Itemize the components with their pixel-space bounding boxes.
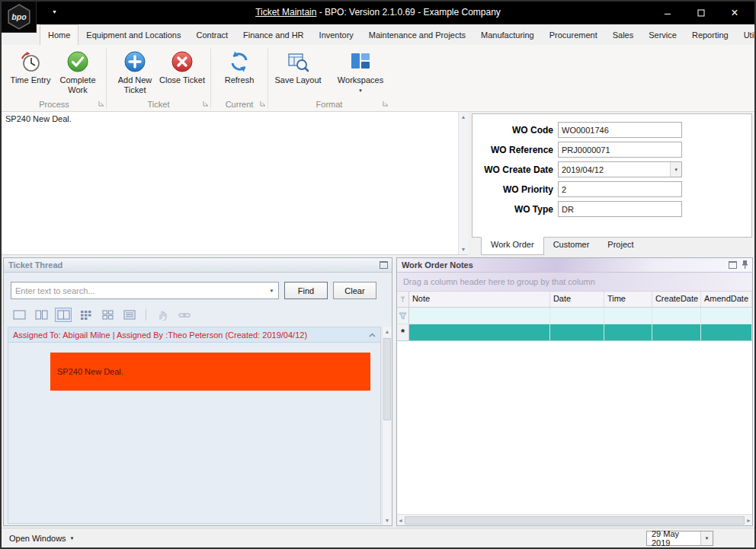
view-split-icon[interactable] — [56, 308, 71, 321]
maximize-button[interactable] — [684, 2, 718, 24]
row-indicator-header — [397, 292, 409, 307]
filter-cell-note[interactable] — [409, 308, 550, 324]
filter-cell-createdate[interactable] — [652, 308, 701, 324]
wo-priority-input[interactable] — [559, 182, 681, 196]
cell-date[interactable] — [550, 324, 604, 340]
time-entry-button[interactable]: Time Entry — [8, 49, 53, 87]
wo-reference-input[interactable] — [559, 142, 681, 157]
column-header-note[interactable]: Note — [409, 292, 550, 307]
dialog-launcher-icon[interactable] — [203, 99, 209, 108]
pin-icon[interactable] — [742, 260, 748, 271]
status-date-value[interactable]: 29 May 2019 — [647, 529, 700, 547]
ribbon-tab-equipment-and-locations[interactable]: Equipment and Locations — [78, 24, 188, 45]
open-windows-button[interactable]: Open Windows ▼ — [9, 534, 75, 543]
open-windows-label: Open Windows — [9, 534, 66, 543]
filter-cell-time[interactable] — [604, 308, 652, 324]
search-dropdown-icon[interactable]: ▼ — [265, 282, 278, 298]
add-new-ticket-button[interactable]: Add New Ticket — [112, 49, 158, 96]
date-dropdown-icon[interactable]: ▼ — [670, 162, 681, 177]
find-button[interactable]: Find — [284, 282, 328, 299]
ribbon-tab-sales[interactable]: Sales — [605, 24, 642, 45]
window-title-document: Ticket Maintain — [255, 7, 316, 18]
field-row: WO Code — [472, 122, 751, 138]
dialog-launcher-icon[interactable] — [98, 99, 104, 108]
scrollbar-track[interactable] — [459, 122, 468, 244]
scroll-up-icon[interactable]: ▲ — [383, 327, 392, 337]
scroll-down-icon[interactable]: ▼ — [459, 244, 468, 254]
filter-row-indicator — [397, 308, 409, 324]
wo-create-date-input[interactable] — [559, 162, 670, 177]
view-thumbnails-icon[interactable] — [78, 308, 93, 321]
tab-customer[interactable]: Customer — [544, 238, 599, 255]
pan-icon[interactable] — [155, 308, 170, 321]
scrollbar-thumb[interactable] — [405, 516, 745, 525]
ribbon-tab-finance-and-hr[interactable]: Finance and HR — [235, 24, 312, 45]
scroll-right-icon[interactable]: ► — [746, 518, 751, 523]
ribbon-tab-maintenance-and-projects[interactable]: Maintenance and Projects — [361, 24, 473, 45]
complete-work-button[interactable]: Complete Work — [55, 49, 101, 96]
column-header-createdate[interactable]: CreateDate — [652, 292, 701, 307]
maximize-panel-icon[interactable] — [729, 261, 737, 269]
close-ticket-button[interactable]: Close Ticket — [159, 49, 205, 87]
ticket-description-editor[interactable]: SP240 New Deal. ▲ ▼ — [2, 112, 468, 255]
close-button[interactable]: × — [718, 2, 751, 24]
workspaces-icon — [349, 50, 372, 73]
notes-horizontal-scrollbar[interactable]: ◄ ► — [397, 514, 752, 525]
filter-cell-amenddate[interactable] — [701, 308, 752, 324]
maximize-panel-icon[interactable] — [380, 261, 388, 269]
column-header-time[interactable]: Time — [604, 292, 652, 307]
ribbon-group-current: Refresh Current — [212, 46, 267, 111]
ribbon-tab-utilities[interactable]: Utilities — [736, 24, 756, 45]
cell-amenddate[interactable] — [701, 324, 752, 340]
cell-createdate[interactable] — [652, 324, 701, 340]
view-list-icon[interactable] — [122, 308, 137, 321]
ribbon-tab-procurement[interactable]: Procurement — [542, 24, 605, 45]
filter-cell-date[interactable] — [550, 308, 604, 324]
complete-work-icon — [66, 50, 89, 73]
dialog-launcher-icon[interactable] — [260, 99, 266, 108]
editor-scrollbar[interactable]: ▲ ▼ — [458, 112, 468, 254]
collapse-group-icon[interactable] — [369, 333, 376, 337]
ribbon-tab-contract[interactable]: Contract — [189, 24, 236, 45]
scroll-up-icon[interactable]: ▲ — [459, 112, 468, 122]
wo-code-input[interactable] — [559, 123, 681, 137]
app-menu-button[interactable]: bpo — [2, 2, 37, 33]
dialog-launcher-icon[interactable] — [383, 99, 389, 108]
scroll-down-icon[interactable]: ▼ — [383, 515, 392, 525]
clear-button[interactable]: Clear — [333, 282, 376, 299]
tab-project[interactable]: Project — [598, 238, 642, 255]
view-tiles-icon[interactable] — [100, 308, 115, 321]
column-header-amenddate[interactable]: AmendDate — [701, 292, 752, 307]
cell-time[interactable] — [604, 324, 652, 340]
minimize-button[interactable]: – — [651, 2, 684, 24]
scrollbar-track[interactable] — [383, 337, 392, 515]
thread-scrollbar[interactable]: ▲ ▼ — [382, 327, 392, 525]
ribbon-tab-manufacturing[interactable]: Manufacturing — [473, 24, 542, 45]
ticket-thread-title: Ticket Thread — [8, 260, 62, 270]
column-header-date[interactable]: Date — [550, 292, 604, 307]
thread-search-row: ▼ Find Clear — [4, 273, 392, 304]
view-double-icon[interactable] — [34, 308, 49, 321]
wo-type-input[interactable] — [559, 202, 681, 216]
thread-message-group-header[interactable]: Assigned To: Abigail Milne | Assigned By… — [8, 327, 380, 343]
logo-text: bpo — [11, 12, 27, 21]
ribbon-tab-reporting[interactable]: Reporting — [684, 24, 736, 45]
cell-note[interactable] — [409, 324, 550, 340]
status-date-dropdown-icon[interactable]: ▼ — [700, 531, 713, 545]
save-layout-button[interactable]: Save Layout — [274, 49, 322, 87]
thread-message-card[interactable]: SP240 New Deal. — [50, 353, 370, 391]
link-icon[interactable] — [177, 308, 192, 321]
scroll-left-icon[interactable]: ◄ — [398, 518, 403, 523]
scrollbar-thumb[interactable] — [383, 338, 391, 420]
ribbon-tab-home[interactable]: Home — [40, 24, 78, 45]
thread-search-input[interactable] — [11, 286, 265, 295]
ribbon-tab-inventory[interactable]: Inventory — [312, 24, 361, 45]
ribbon-tab-service[interactable]: Service — [641, 24, 684, 45]
assigned-info-text: Assigned To: Abigail Milne | Assigned By… — [13, 330, 307, 340]
field-row: WO Reference — [472, 142, 751, 158]
tab-work-order[interactable]: Work Order — [481, 237, 544, 255]
workspaces-button[interactable]: Workspaces ▼ — [336, 49, 385, 95]
complete-work-label: Complete Work — [55, 75, 101, 94]
view-single-icon[interactable] — [11, 308, 27, 321]
refresh-button[interactable]: Refresh — [216, 49, 262, 87]
